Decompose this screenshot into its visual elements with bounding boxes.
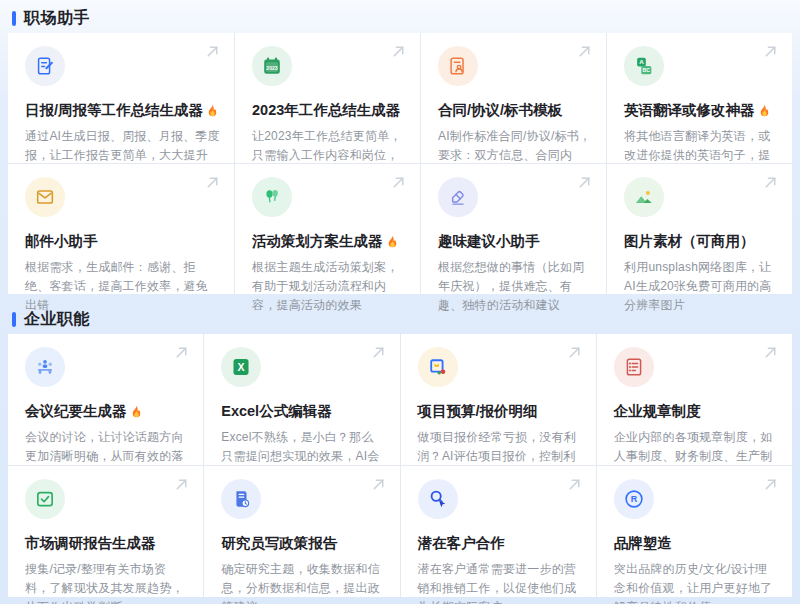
app-page: 职场助手 日报/周报等工作总结生成器 通过AI生成日报、周报、月报、季度报，让工…: [0, 0, 800, 604]
card-title: 英语翻译或修改神器: [624, 101, 778, 120]
policy-book-clock-icon: [221, 479, 261, 519]
svg-text:A: A: [639, 58, 644, 65]
svg-text:BC: BC: [643, 67, 651, 73]
card-title: 潜在客户合作: [418, 534, 582, 553]
envelope-icon: [25, 177, 65, 217]
translate-blocks-icon: ABC: [624, 46, 664, 86]
card-title-text: 企业规章制度: [614, 402, 701, 421]
card-title: 市场调研报告生成器: [25, 534, 189, 553]
card-title: 项目预算/报价明细: [418, 402, 582, 421]
card-title-text: 2023年工作总结生成器: [252, 101, 400, 120]
workplace-cards-grid: 日报/周报等工作总结生成器 通过AI生成日报、周报、月报、季度报，让工作报告更简…: [8, 33, 792, 294]
card-title: 图片素材（可商用）: [624, 232, 778, 251]
card-title-text: 研究员写政策报告: [221, 534, 337, 553]
card[interactable]: 潜在客户合作 潜在客户通常需要进一步的营销和推销工作，以促使他们成为长期实际客户: [401, 466, 596, 597]
open-arrow-icon[interactable]: [370, 344, 387, 361]
svg-text:2023: 2023: [266, 65, 278, 71]
card-title: 2023年工作总结生成器: [252, 101, 406, 120]
open-arrow-icon[interactable]: [204, 43, 221, 60]
card-title-text: 图片素材（可商用）: [624, 232, 755, 251]
contract-icon: [438, 46, 478, 86]
open-arrow-icon[interactable]: [390, 43, 407, 60]
card-title-text: 市场调研报告生成器: [25, 534, 156, 553]
card[interactable]: 日报/周报等工作总结生成器 通过AI生成日报、周报、月报、季度报，让工作报告更简…: [8, 33, 234, 163]
card-description: 利用unsplash网络图库，让AI生成20张免费可商用的高分辨率图片: [624, 258, 778, 315]
open-arrow-icon[interactable]: [566, 476, 583, 493]
open-arrow-icon[interactable]: [762, 43, 779, 60]
excel-icon: X: [221, 347, 261, 387]
card[interactable]: 企业规章制度 企业内部的各项规章制度，如人事制度、财务制度、生产制度等内容生成: [597, 334, 792, 465]
card-title: 合同/协议/标书模板: [438, 101, 592, 120]
open-arrow-icon[interactable]: [390, 174, 407, 191]
section-header-workplace: 职场助手: [8, 5, 792, 31]
card[interactable]: 合同/协议/标书模板 AI制作标准合同/协议/标书，要求：双方信息、合同内容、终…: [421, 33, 606, 163]
card-title: 研究员写政策报告: [221, 534, 385, 553]
calendar-2023-icon: 2023: [252, 46, 292, 86]
open-arrow-icon[interactable]: [566, 344, 583, 361]
card-title: 企业规章制度: [614, 402, 778, 421]
balloons-icon: [252, 177, 292, 217]
card-title: 品牌塑造: [614, 534, 778, 553]
brand-registered-icon: R: [614, 479, 654, 519]
card-description: 确定研究主题，收集数据和信息，分析数据和信息，提出政策建议: [221, 560, 385, 604]
card-description: 根据需求，生成邮件：感谢、拒绝、客套话，提高工作效率，避免出错: [25, 258, 220, 315]
card-title-text: 日报/周报等工作总结生成器: [25, 101, 203, 120]
card-title-text: 品牌塑造: [614, 534, 672, 553]
card-title-text: 英语翻译或修改神器: [624, 101, 755, 120]
card-title: 邮件小助手: [25, 232, 220, 251]
open-arrow-icon[interactable]: [173, 344, 190, 361]
card[interactable]: ABC 英语翻译或修改神器 将其他语言翻译为英语，或改进你提供的英语句子，提升工…: [607, 33, 792, 163]
open-arrow-icon[interactable]: [576, 174, 593, 191]
open-arrow-icon[interactable]: [762, 344, 779, 361]
card[interactable]: 活动策划方案生成器 根据主题生成活动策划案，有助于规划活动流程和内容，提高活动的…: [235, 164, 420, 294]
card[interactable]: 市场调研报告生成器 搜集/记录/整理有关市场资料，了解现状及其发展趋势，从而作出…: [8, 466, 203, 597]
card[interactable]: R 品牌塑造 突出品牌的历史/文化/设计理念和价值观，让用户更好地了解产品特性和…: [597, 466, 792, 597]
card-description: 根据主题生成活动策划案，有助于规划活动流程和内容，提高活动的效果: [252, 258, 406, 315]
card-title: 活动策划方案生成器: [252, 232, 406, 251]
card-title: 趣味建议小助手: [438, 232, 592, 251]
card[interactable]: 研究员写政策报告 确定研究主题，收集数据和信息，分析数据和信息，提出政策建议: [204, 466, 399, 597]
open-arrow-icon[interactable]: [173, 476, 190, 493]
card-title-text: 会议纪要生成器: [25, 402, 127, 421]
lead-search-icon: [418, 479, 458, 519]
svg-text:X: X: [238, 361, 245, 373]
accent-bar: [12, 11, 16, 26]
card-description: 潜在客户通常需要进一步的营销和推销工作，以促使他们成为长期实际客户: [418, 560, 582, 604]
card-title: 日报/周报等工作总结生成器: [25, 101, 220, 120]
accent-bar: [12, 312, 16, 327]
fire-icon: [385, 234, 400, 249]
fire-icon: [129, 404, 144, 419]
card[interactable]: 邮件小助手 根据需求，生成邮件：感谢、拒绝、客套话，提高工作效率，避免出错: [8, 164, 234, 294]
fire-icon: [205, 103, 220, 118]
card-title: 会议纪要生成器: [25, 402, 189, 421]
card[interactable]: 会议纪要生成器 会议的讨论，让讨论话题方向更加清晰明确，从而有效的落实到人解决问…: [8, 334, 203, 465]
card[interactable]: X Excel公式编辑器 Excel不熟练，是小白？那么只需提问想实现的效果，A…: [204, 334, 399, 465]
enterprise-cards-grid: 会议纪要生成器 会议的讨论，让讨论话题方向更加清晰明确，从而有效的落实到人解决问…: [8, 334, 792, 597]
budget-chart-icon: [418, 347, 458, 387]
open-arrow-icon[interactable]: [204, 174, 221, 191]
open-arrow-icon[interactable]: [576, 43, 593, 60]
market-research-box-icon: [25, 479, 65, 519]
card-title-text: 潜在客户合作: [418, 534, 505, 553]
card[interactable]: 项目预算/报价明细 做项目报价经常亏损，没有利润？AI评估项目报价，控制利润，避…: [401, 334, 596, 465]
rules-list-icon: [614, 347, 654, 387]
daily-report-edit-icon: [25, 46, 65, 86]
open-arrow-icon[interactable]: [762, 476, 779, 493]
open-arrow-icon[interactable]: [370, 476, 387, 493]
meeting-people-icon: [25, 347, 65, 387]
card-description: 搜集/记录/整理有关市场资料，了解现状及其发展趋势，从而作出科学判断: [25, 560, 189, 604]
card-title-text: 项目预算/报价明细: [418, 402, 538, 421]
open-arrow-icon[interactable]: [762, 174, 779, 191]
fire-icon: [757, 103, 772, 118]
card-description: 突出品牌的历史/文化/设计理念和价值观，让用户更好地了解产品特性和价值: [614, 560, 778, 604]
card-title-text: 合同/协议/标书模板: [438, 101, 562, 120]
card-title-text: Excel公式编辑器: [221, 402, 331, 421]
card-title: Excel公式编辑器: [221, 402, 385, 421]
card-title-text: 活动策划方案生成器: [252, 232, 383, 251]
svg-text:R: R: [631, 494, 638, 504]
card-title-text: 趣味建议小助手: [438, 232, 540, 251]
card[interactable]: 2023 2023年工作总结生成器 让2023年工作总结更简单，只需输入工作内容…: [235, 33, 420, 163]
card[interactable]: 图片素材（可商用） 利用unsplash网络图库，让AI生成20张免费可商用的高…: [607, 164, 792, 294]
card[interactable]: 趣味建议小助手 根据您想做的事情（比如周年庆祝），提供难忘、有趣、独特的活动和建…: [421, 164, 606, 294]
card-description: 根据您想做的事情（比如周年庆祝），提供难忘、有趣、独特的活动和建议: [438, 258, 592, 315]
